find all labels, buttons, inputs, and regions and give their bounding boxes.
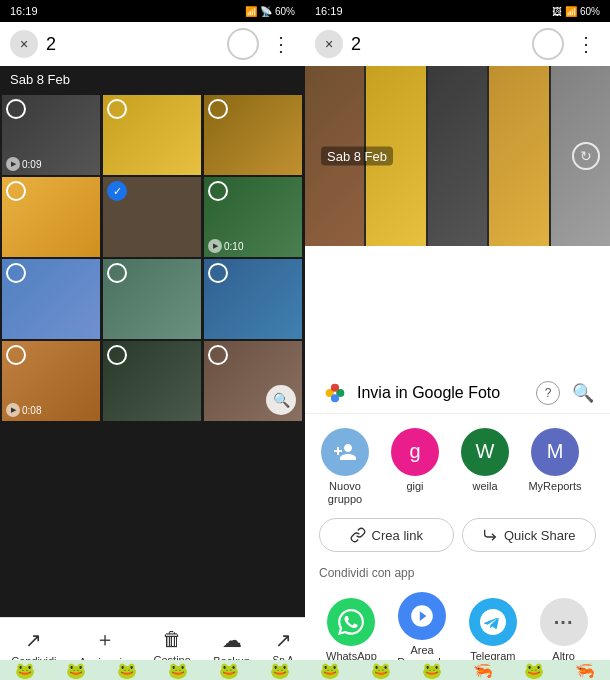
contact-weila[interactable]: W weila: [453, 428, 517, 493]
frog-5: 🐸: [219, 661, 239, 680]
right-frog-1: 🐸: [320, 661, 340, 680]
left-circle-button[interactable]: [227, 28, 259, 60]
select-circle-6[interactable]: [208, 181, 228, 201]
contact-avatar-myreports: M: [531, 428, 579, 476]
frog-4: 🐸: [168, 661, 188, 680]
left-frog-bar: 🐸 🐸 🐸 🐸 🐸 🐸: [0, 660, 305, 680]
right-close-button[interactable]: ×: [315, 30, 343, 58]
right-time: 16:19: [315, 5, 343, 17]
select-circle-4[interactable]: [6, 181, 26, 201]
contact-name-myreports: MyReports: [528, 480, 581, 493]
zoom-icon[interactable]: 🔍: [266, 385, 296, 415]
select-circle-7[interactable]: [6, 263, 26, 283]
add-icon: ＋: [95, 626, 115, 653]
right-photo-4[interactable]: [489, 66, 548, 246]
left-selected-count: 2: [46, 34, 56, 55]
frog-6: 🐸: [270, 661, 290, 680]
photo-cell-2[interactable]: [103, 95, 201, 175]
left-header-left: × 2: [10, 30, 56, 58]
play-icon-1: ▶: [6, 157, 20, 171]
right-selected-count: 2: [351, 34, 361, 55]
right-header-left: × 2: [315, 30, 361, 58]
app-area-personale[interactable]: Area Personale: [390, 592, 455, 668]
right-frog-4: 🦐: [473, 661, 493, 680]
photo-cell-12[interactable]: 🔍: [204, 341, 302, 421]
left-more-button[interactable]: ⋮: [267, 28, 295, 60]
video-badge-6: ▶ 0:10: [208, 239, 243, 253]
search-icon[interactable]: 🔍: [572, 382, 594, 404]
share-header: Invia in Google Foto ? 🔍: [305, 365, 610, 414]
contact-avatar-weila: W: [461, 428, 509, 476]
select-circle-12[interactable]: [208, 345, 228, 365]
photo-cell-9[interactable]: [204, 259, 302, 339]
select-circle-5[interactable]: ✓: [107, 181, 127, 201]
right-circle-button[interactable]: [532, 28, 564, 60]
crea-link-button[interactable]: Crea link: [319, 518, 454, 552]
contact-myreports[interactable]: M MyReports: [523, 428, 587, 493]
photo-cell-3[interactable]: [204, 95, 302, 175]
select-circle-10[interactable]: [6, 345, 26, 365]
google-photos-icon: [321, 379, 349, 407]
google-photos-share: Invia in Google Foto: [321, 379, 500, 407]
select-circle-2[interactable]: [107, 99, 127, 119]
share-sheet: Invia in Google Foto ? 🔍 Nuovogruppo g g…: [305, 365, 610, 680]
select-circle-9[interactable]: [208, 263, 228, 283]
battery-text: 60%: [275, 6, 295, 17]
right-frog-2: 🐸: [371, 661, 391, 680]
right-frog-6: 🦐: [575, 661, 595, 680]
svg-point-3: [331, 394, 339, 402]
select-circle-3[interactable]: [208, 99, 228, 119]
left-header: × 2 ⋮: [0, 22, 305, 66]
photo-cell-1[interactable]: ▶ 0:09: [2, 95, 100, 175]
photo-cell-8[interactable]: [103, 259, 201, 339]
right-frog-5: 🐸: [524, 661, 544, 680]
frog-2: 🐸: [66, 661, 86, 680]
help-icon[interactable]: ?: [536, 381, 560, 405]
app-altro[interactable]: ··· Altro: [531, 598, 596, 662]
left-status-icons: 📶 📡 60%: [245, 6, 295, 17]
app-telegram[interactable]: Telegram: [461, 598, 526, 662]
app-whatsapp[interactable]: WhatsApp: [319, 598, 384, 662]
left-photo-grid: ▶ 0:09 ✓ ▶ 0:10: [0, 93, 305, 423]
backup-icon: ☁: [222, 628, 242, 652]
right-gallery-icon: 🖼: [552, 6, 562, 17]
play-icon-10: ▶: [6, 403, 20, 417]
right-photos-area: Sab 8 Feb ↻: [305, 66, 610, 246]
quick-share-label: Quick Share: [504, 528, 576, 543]
signal-icon: 📶: [245, 6, 257, 17]
share-header-title: Invia in Google Foto: [357, 384, 500, 402]
more-icon: ↗: [275, 628, 292, 652]
left-time: 16:19: [10, 5, 38, 17]
photo-cell-11[interactable]: [103, 341, 201, 421]
right-more-button[interactable]: ⋮: [572, 28, 600, 60]
right-refresh-button[interactable]: ↻: [572, 142, 600, 170]
contact-avatar-gigi: g: [391, 428, 439, 476]
svg-point-2: [331, 383, 339, 391]
right-header: × 2 ⋮: [305, 22, 610, 66]
telegram-icon: [469, 598, 517, 646]
right-date-label: Sab 8 Feb: [321, 147, 393, 166]
select-circle-8[interactable]: [107, 263, 127, 283]
photo-cell-7[interactable]: [2, 259, 100, 339]
contact-name-nuovo: Nuovogruppo: [328, 480, 362, 506]
photo-cell-4[interactable]: [2, 177, 100, 257]
frog-3: 🐸: [117, 661, 137, 680]
photo-cell-10[interactable]: ▶ 0:08: [2, 341, 100, 421]
right-frog-3: 🐸: [422, 661, 442, 680]
video-badge-10: ▶ 0:08: [6, 403, 41, 417]
select-circle-1[interactable]: [6, 99, 26, 119]
quick-share-button[interactable]: Quick Share: [462, 518, 597, 552]
contact-nuovo-gruppo[interactable]: Nuovogruppo: [313, 428, 377, 506]
left-panel: 16:19 📶 📡 60% × 2 ⋮ Sab 8 Feb ▶ 0:09: [0, 0, 305, 680]
photo-cell-6[interactable]: ▶ 0:10: [204, 177, 302, 257]
contact-gigi[interactable]: g gigi: [383, 428, 447, 493]
right-panel: 16:19 🖼 📶 60% × 2 ⋮ Sab 8 Feb: [305, 0, 610, 680]
left-close-button[interactable]: ×: [10, 30, 38, 58]
select-circle-11[interactable]: [107, 345, 127, 365]
right-battery: 60%: [580, 6, 600, 17]
photo-cell-5[interactable]: ✓: [103, 177, 201, 257]
right-header-right: ⋮: [532, 28, 600, 60]
trash-icon: 🗑: [162, 628, 182, 651]
right-signal-icon: 📶: [565, 6, 577, 17]
right-photo-3[interactable]: [428, 66, 487, 246]
